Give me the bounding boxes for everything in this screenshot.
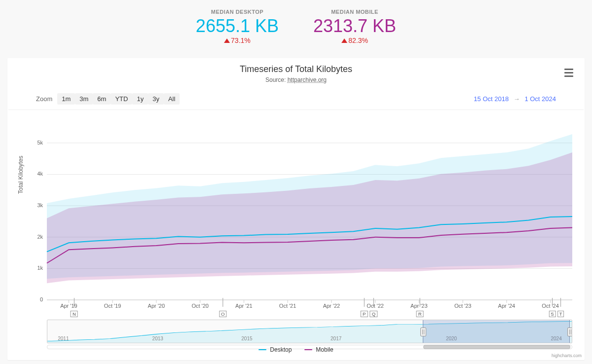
navigator-label: 2017 <box>331 336 341 341</box>
chart-credit[interactable]: highcharts.com <box>552 353 582 358</box>
date-range-from[interactable]: 15 Oct 2018 <box>474 95 509 103</box>
metric-mobile-label: MEDIAN MOBILE <box>313 9 396 15</box>
x-tick: Oct '21 <box>279 303 296 309</box>
svg-text:2k: 2k <box>37 234 43 240</box>
svg-text:3k: 3k <box>37 202 43 208</box>
legend-desktop[interactable]: Desktop <box>259 346 292 353</box>
svg-text:0: 0 <box>40 296 43 302</box>
x-marker-P[interactable]: P <box>361 311 368 317</box>
navigator-handle-left[interactable] <box>420 328 426 336</box>
navigator-handle-right[interactable] <box>567 328 572 336</box>
x-tick: Apr '20 <box>148 303 165 309</box>
date-range[interactable]: 15 Oct 2018 → 1 Oct 2024 <box>474 95 556 103</box>
x-tick: Apr '24 <box>498 303 516 309</box>
svg-text:1k: 1k <box>37 265 43 271</box>
x-marker-T[interactable]: T <box>557 311 564 317</box>
x-axis: Apr '19Oct '19Apr '20Oct '20Apr '21Oct '… <box>47 301 572 318</box>
navigator-selection[interactable] <box>423 320 570 343</box>
legend: Desktop Mobile <box>7 346 585 353</box>
x-tick: Apr '23 <box>410 303 428 309</box>
plot-area[interactable]: Total Kilobytes 01k2k3k4k5k <box>22 127 572 300</box>
x-marker-Q[interactable]: Q <box>370 311 377 317</box>
x-tick: Apr '19 <box>60 303 77 309</box>
metric-mobile: MEDIAN MOBILE 2313.7 KB 82.3% <box>313 9 396 44</box>
legend-swatch-desktop <box>259 349 266 350</box>
x-marker-N[interactable]: N <box>71 311 78 317</box>
arrow-right-icon: → <box>511 95 523 103</box>
summary-metrics: MEDIAN DESKTOP 2655.1 KB 73.1% MEDIAN MO… <box>0 0 592 44</box>
up-triangle-icon <box>341 38 347 43</box>
x-marker-O[interactable]: O <box>219 311 226 317</box>
y-axis-label: Total Kilobytes <box>17 156 24 194</box>
svg-text:4k: 4k <box>37 171 43 177</box>
chart-card: Timeseries of Total Kilobytes Source: ht… <box>7 58 585 360</box>
chart-svg[interactable]: 01k2k3k4k5k <box>47 127 572 300</box>
chart-title: Timeseries of Total Kilobytes <box>7 58 585 74</box>
date-range-to[interactable]: 1 Oct 2024 <box>524 95 556 103</box>
metric-desktop-label: MEDIAN DESKTOP <box>196 9 279 15</box>
navigator[interactable]: 201120132015201720202024 <box>47 320 572 343</box>
metric-mobile-value: 2313.7 KB <box>313 16 396 36</box>
up-triangle-icon <box>224 38 230 43</box>
x-tick: Oct '24 <box>542 303 559 309</box>
x-marker-S[interactable]: S <box>549 311 555 317</box>
navigator-label: 2015 <box>241 336 252 341</box>
legend-mobile[interactable]: Mobile <box>304 346 333 353</box>
svg-text:5k: 5k <box>37 140 43 146</box>
x-tick: Oct '19 <box>104 303 121 309</box>
zoom-1m-button[interactable]: 1m <box>57 93 75 105</box>
chart-menu-button[interactable] <box>562 67 576 78</box>
zoom-3y-button[interactable]: 3y <box>148 93 164 105</box>
x-tick: Oct '23 <box>454 303 472 309</box>
x-tick: Apr '21 <box>235 303 253 309</box>
zoom-1y-button[interactable]: 1y <box>132 93 148 105</box>
x-tick: Oct '22 <box>367 303 384 309</box>
metric-mobile-delta: 82.3% <box>313 36 396 44</box>
zoom-3m-button[interactable]: 3m <box>75 93 93 105</box>
chart-controls: Zoom 1m3m6mYTD1y3yAll 15 Oct 2018 → 1 Oc… <box>8 83 584 110</box>
legend-swatch-mobile <box>304 349 312 350</box>
zoom-all-button[interactable]: All <box>164 93 180 105</box>
x-tick: Oct '20 <box>191 303 209 309</box>
zoom-controls: Zoom 1m3m6mYTD1y3yAll <box>36 93 180 105</box>
navigator-label: 2011 <box>58 336 69 341</box>
x-tick: Apr '22 <box>323 303 340 309</box>
zoom-6m-button[interactable]: 6m <box>93 93 111 105</box>
chart-source: Source: httparchive.org <box>7 76 585 83</box>
metric-desktop-delta: 73.1% <box>196 36 279 44</box>
zoom-ytd-button[interactable]: YTD <box>111 93 132 105</box>
navigator-label: 2013 <box>152 336 163 341</box>
metric-desktop: MEDIAN DESKTOP 2655.1 KB 73.1% <box>196 9 279 44</box>
x-marker-R[interactable]: R <box>416 311 424 317</box>
chart-source-link[interactable]: httparchive.org <box>288 76 327 83</box>
metric-desktop-value: 2655.1 KB <box>196 16 279 36</box>
zoom-label: Zoom <box>36 95 52 103</box>
